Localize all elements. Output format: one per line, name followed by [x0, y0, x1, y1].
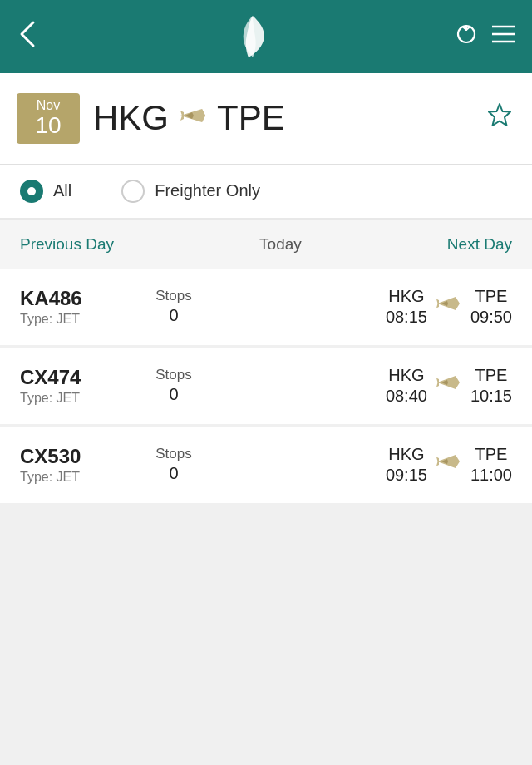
flight-stops: Stops 0: [136, 446, 211, 483]
flight-list: KA486 Type: JET Stops 0 HKG 08:15 TPE 09…: [0, 269, 532, 503]
flight-type: Type: JET: [20, 391, 136, 406]
filter-freighter-radio[interactable]: [121, 180, 145, 203]
flight-plane-icon: [436, 451, 462, 478]
stops-label: Stops: [136, 446, 211, 462]
dest-endpoint: TPE 10:15: [470, 366, 512, 406]
flight-type: Type: JET: [20, 470, 136, 485]
flight-id-section: CX474 Type: JET: [20, 366, 136, 406]
origin-code: HKG: [386, 445, 427, 464]
flight-route: HKG 09:15 TPE 11:00: [211, 445, 512, 485]
day-navigation: Previous Day Today Next Day: [0, 220, 532, 269]
flight-stops: Stops 0: [136, 367, 211, 404]
day-label: 10: [28, 113, 68, 139]
origin-endpoint: HKG 09:15: [386, 445, 427, 485]
filter-all-label: All: [53, 181, 71, 200]
stops-value: 0: [136, 385, 211, 404]
header-icons: [456, 23, 515, 50]
dest-endpoint: TPE 09:50: [470, 287, 512, 327]
flight-route: HKG 08:15 TPE 09:50: [211, 287, 512, 327]
stops-label: Stops: [136, 288, 211, 304]
stops-value: 0: [136, 464, 211, 483]
route-plane-icon: [179, 104, 207, 133]
today-label: Today: [259, 235, 302, 254]
dest-endpoint: TPE 11:00: [470, 445, 512, 485]
dest-code: TPE: [470, 366, 512, 385]
flight-stops: Stops 0: [136, 288, 211, 325]
flight-id-section: CX530 Type: JET: [20, 445, 136, 485]
origin-code: HKG: [386, 366, 427, 385]
origin-endpoint: HKG 08:40: [386, 366, 427, 406]
dest-code: TPE: [470, 445, 512, 464]
flight-plane-icon: [436, 293, 462, 320]
flight-type: Type: JET: [20, 312, 136, 327]
origin-code: HKG: [386, 287, 427, 306]
flight-plane-icon: [436, 372, 462, 399]
app-header: [0, 0, 532, 73]
app-logo: [232, 12, 273, 62]
favorite-button[interactable]: [484, 99, 515, 137]
flight-route: HKG 08:40 TPE 10:15: [211, 366, 512, 406]
dest-time: 10:15: [470, 387, 512, 406]
origin-endpoint: HKG 08:15: [386, 287, 427, 327]
date-badge: Nov 10: [17, 93, 80, 144]
menu-icon[interactable]: [492, 25, 515, 48]
filter-all[interactable]: All: [20, 180, 71, 203]
stops-value: 0: [136, 306, 211, 325]
flight-id-section: KA486 Type: JET: [20, 287, 136, 327]
route-section: Nov 10 HKG TPE: [0, 73, 532, 165]
dest-code: TPE: [470, 287, 512, 306]
refresh-icon[interactable]: [456, 23, 477, 50]
flight-number: CX530: [20, 445, 136, 468]
month-label: Nov: [28, 98, 68, 113]
dest-time: 11:00: [470, 466, 512, 485]
back-button[interactable]: [17, 19, 50, 55]
origin-code: HKG: [93, 98, 169, 138]
next-day-button[interactable]: Next Day: [447, 235, 512, 254]
filter-section: All Freighter Only: [0, 165, 532, 220]
prev-day-button[interactable]: Previous Day: [20, 235, 114, 254]
flight-number: CX474: [20, 366, 136, 389]
origin-time: 08:15: [386, 308, 427, 327]
flight-card[interactable]: CX530 Type: JET Stops 0 HKG 09:15 TPE 11…: [0, 427, 532, 503]
destination-code: TPE: [217, 98, 285, 138]
dest-time: 09:50: [470, 308, 512, 327]
flight-number: KA486: [20, 287, 136, 310]
filter-freighter[interactable]: Freighter Only: [121, 180, 260, 203]
flight-card[interactable]: KA486 Type: JET Stops 0 HKG 08:15 TPE 09…: [0, 269, 532, 345]
flight-card[interactable]: CX474 Type: JET Stops 0 HKG 08:40 TPE 10…: [0, 348, 532, 424]
filter-freighter-label: Freighter Only: [155, 181, 260, 200]
route-info: HKG TPE: [93, 98, 470, 138]
filter-all-radio[interactable]: [20, 180, 43, 203]
origin-time: 08:40: [386, 387, 427, 406]
origin-time: 09:15: [386, 466, 427, 485]
stops-label: Stops: [136, 367, 211, 383]
